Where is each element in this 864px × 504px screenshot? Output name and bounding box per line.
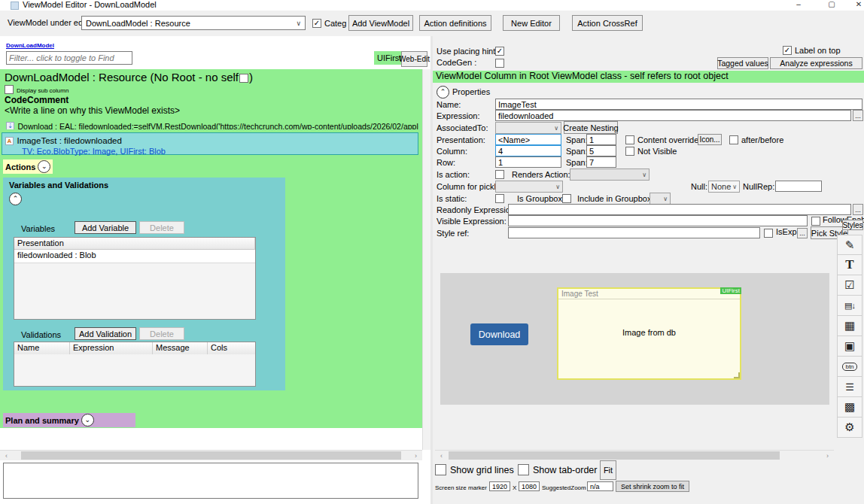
webedit-button[interactable]: Web-Edit [401,51,427,67]
not-visible-checkbox[interactable] [625,147,634,156]
screen-width-input[interactable] [489,481,510,491]
icon-button[interactable]: Icon... [698,134,722,145]
resize-handle[interactable] [734,372,740,378]
cube-icon[interactable]: ▩ [837,397,862,417]
suggested-zoom-input[interactable] [587,481,613,491]
associatedto-combo[interactable]: ∨ [495,122,561,134]
expression-ellipsis-button[interactable]: ... [853,110,863,121]
null-combo[interactable]: None∨ [708,181,740,193]
scroll-right-icon[interactable]: › [411,451,421,460]
followenable-checkbox[interactable] [811,217,820,226]
close-button[interactable]: ✕ [847,0,864,8]
is-static-checkbox[interactable] [495,194,504,203]
text-icon[interactable]: T [837,255,862,275]
isexp-checkbox[interactable] [764,229,773,238]
preview-horizontal-scrollbar[interactable]: ‹ › [435,450,834,460]
variables-list-header[interactable]: Presentation [14,238,255,250]
delete-variable-button[interactable]: Delete [139,221,184,234]
maximize-button[interactable]: ▢ [820,0,843,8]
chevron-down-icon: ∨ [732,184,737,190]
tree-row-imagetest[interactable]: A ImageTest : filedownloaded TV: Eco.Blo… [2,132,418,155]
style-ref-input[interactable] [508,227,760,238]
add-viewmodel-button[interactable]: Add ViewModel [348,15,413,31]
window-settings-icon[interactable]: ⚙ [837,417,862,438]
viewmodel-combo[interactable]: DownLoadModel : Resource ∨ [81,16,306,30]
row-input[interactable] [495,156,561,168]
create-nesting-button[interactable]: Create Nesting [564,121,618,134]
label-on-top-checkbox[interactable] [783,46,792,55]
column-input[interactable] [495,145,561,156]
delete-validation-button[interactable]: Delete [139,327,184,340]
dropdown-icon[interactable]: ▤↓ [837,296,862,316]
varval-collapse-icon[interactable]: ⌃ [9,193,22,205]
no-self-checkbox[interactable] [239,74,248,83]
after-before-checkbox[interactable] [729,135,738,144]
column-for-picklist-combo[interactable]: ∨ [495,181,563,193]
tree-row-download[interactable]: ⇣ Download : EAL: filedownloaded:=selfVM… [6,119,418,129]
add-validation-button[interactable]: Add Validation [75,327,136,340]
screen-height-input[interactable] [519,481,540,491]
style-ellipsis-button[interactable]: ... [797,228,808,238]
variables-list[interactable]: Presentation filedownloaded : Blob [14,237,256,320]
action-crossref-button[interactable]: Action CrossRef [572,15,643,31]
validations-col-cols[interactable]: Cols [208,342,255,354]
categ-checkbox[interactable] [312,19,321,28]
name-input[interactable] [495,99,862,110]
codegen-checkbox[interactable] [495,59,504,68]
presentation-span-input[interactable] [586,134,616,145]
use-placing-hints-checkbox[interactable] [495,47,504,56]
readonly-ellipsis-button[interactable]: ... [853,204,863,215]
is-action-checkbox[interactable] [495,170,504,179]
checkbox-icon[interactable]: ☑ [837,275,862,296]
imagetest-preview-panel[interactable]: Image Test Image from db UIFirst [557,287,741,380]
content-override-checkbox[interactable] [625,135,634,144]
filter-input[interactable] [6,51,132,65]
presentation-input[interactable] [495,134,561,145]
set-shrink-zoom-button[interactable]: Set shrink zoom to fit [616,481,689,492]
left-vertical-scrollbar[interactable] [422,69,430,450]
calendar-icon[interactable]: ▦ [837,316,862,336]
codecomment-hint[interactable]: <Write a line on why this ViewModel exis… [5,105,180,116]
edit-icon[interactable]: ✎ [837,235,862,255]
is-groupbox-checkbox[interactable] [562,194,571,203]
model-link[interactable]: DownLoadModel [6,42,54,49]
validations-col-message[interactable]: Message [153,342,208,354]
list-icon[interactable]: ☰ [837,377,862,397]
validations-col-name[interactable]: Name [14,342,70,354]
row-span-input[interactable] [586,156,616,168]
display-sub-column-checkbox[interactable] [5,85,14,94]
actions-bar[interactable]: Actions ⌄ [3,159,53,174]
column-span-input[interactable] [586,145,616,156]
analyze-expressions-button[interactable]: Analyze expressions [770,57,862,69]
renders-action-combo[interactable]: ∨ [570,169,650,181]
tagged-values-button[interactable]: Tagged values [717,57,768,69]
minimize-button[interactable]: – [787,0,810,8]
action-definitions-button[interactable]: Action definitions [419,15,491,31]
fit-button[interactable]: Fit [600,460,616,480]
button-icon[interactable]: btn [837,357,862,377]
validations-table[interactable]: Name Expression Message Cols [14,342,256,387]
variables-list-row[interactable]: filedownloaded : Blob [14,250,255,263]
image-icon[interactable]: ▣ [837,336,862,357]
scroll-left-icon[interactable]: ‹ [2,451,11,460]
nullrep-input[interactable] [775,181,822,192]
expression-input[interactable] [495,110,851,121]
actions-collapse-icon[interactable]: ⌄ [38,160,50,173]
plan-collapse-icon[interactable]: ⌄ [81,414,94,427]
include-in-groupbox-combo[interactable]: ∨ [650,193,671,205]
visible-expression-input[interactable] [508,215,808,226]
scroll-left-icon[interactable]: ‹ [437,451,446,460]
show-tab-order-checkbox[interactable] [518,464,529,475]
add-variable-button[interactable]: Add Variable [75,221,136,234]
scroll-right-icon[interactable]: › [823,451,832,460]
left-bottom-textbox[interactable] [3,463,418,499]
styles-button[interactable]: Styles [842,220,863,230]
validations-col-expression[interactable]: Expression [70,342,153,354]
new-editor-button[interactable]: New Editor [503,15,560,31]
show-grid-lines-checkbox[interactable] [435,464,446,475]
download-button-preview[interactable]: Download [470,323,528,345]
properties-collapse-icon[interactable]: ⌃ [437,86,449,99]
left-horizontal-scrollbar[interactable]: ‹ › [0,450,422,460]
plan-summary-bar[interactable]: Plan and summary ⌄ [3,413,135,427]
readonly-expression-input[interactable] [508,204,851,215]
